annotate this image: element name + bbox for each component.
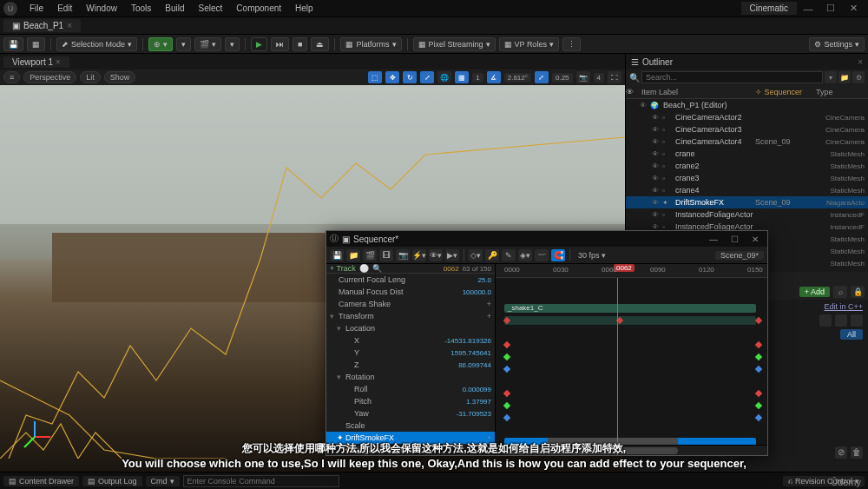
track-row[interactable]: ✦ NiagaraComponent0+ [326,444,495,455]
tab-close-icon[interactable]: × [67,21,72,30]
seq-playback-icon[interactable]: ▶▾ [445,249,459,261]
outliner-row[interactable]: 👁▫CineCameraActor4Scene_09CineCamera [626,135,868,148]
keyframe[interactable] [755,317,762,324]
marketplace-button[interactable]: ▾ [176,37,191,51]
browse-button[interactable]: ▦ [27,37,45,51]
timeline-lane[interactable] [496,412,767,424]
keyframe[interactable] [503,402,510,409]
trash-icon[interactable]: 🗑 [851,446,863,459]
scale-snap-value[interactable]: 0.25 [552,73,573,83]
sequencer-window[interactable]: Ⓤ ▣ Sequencer* — ☐ ✕ 💾 📁 🎬 🎞 📷 ⚡▾ 👁▾ ▶▾ … [326,230,768,456]
track-row[interactable]: Manual Focus Dist100000.0 [326,286,495,298]
eye-icon[interactable]: 👁 [652,138,662,146]
timeline-lane[interactable] [496,375,767,387]
outliner-row[interactable]: 👁▫craneStaticMesh [626,148,868,160]
coord-space-icon[interactable]: 🌐 [437,71,451,83]
track-value[interactable]: 100000.0 [463,288,491,296]
track-value[interactable]: -14531.819326 [444,337,491,345]
track-row[interactable]: Scale [326,420,495,432]
window-minimize-icon[interactable]: — [705,235,722,244]
timeline-lane[interactable] [496,363,767,375]
fps-dropdown[interactable]: 30 fps ▾ [575,251,609,260]
settings-button[interactable]: ⚙Settings▾ [809,37,865,51]
keyframe[interactable] [755,390,762,397]
track-value[interactable]: 1595.745641 [450,349,491,357]
quick-add-button[interactable]: ⊕▾ [148,37,173,51]
track-row[interactable]: Roll0.000099 [326,383,495,395]
keyframe[interactable] [503,414,510,421]
keyframe[interactable] [503,390,510,397]
camera-speed-icon[interactable]: 📷 [576,71,590,83]
sequencer-button[interactable]: ▾ [225,37,240,51]
seq-view-icon[interactable]: 👁▾ [429,249,443,261]
seq-key-icon[interactable]: ◇▾ [469,249,483,261]
filter-list-icon[interactable] [819,314,832,327]
outliner-row[interactable]: 👁▫CineCameraActor2CineCamera [626,111,868,123]
timeline-lane[interactable] [496,387,767,400]
seq-autokey-icon[interactable]: 🔑 [485,249,499,261]
add-key-icon[interactable]: + [487,433,491,442]
cmd-dropdown[interactable]: Cmd ▾ [146,476,180,486]
menu-select[interactable]: Select [192,3,230,13]
track-value[interactable]: 86.099744 [458,361,491,369]
track-value[interactable]: 0.000099 [463,386,491,393]
eye-icon[interactable]: 👁 [652,162,662,170]
track-row[interactable]: X-14531.819326 [326,334,495,347]
keyframe[interactable] [503,354,510,360]
timeline-lane[interactable] [496,351,767,363]
window-maximize-icon[interactable]: ☐ [819,3,842,14]
playhead[interactable] [617,278,618,455]
window-maximize-icon[interactable]: ☐ [726,235,743,244]
content-drawer-button[interactable]: ▤Content Drawer [3,476,79,486]
track-value[interactable]: 25.0 [477,276,491,284]
keyframe[interactable] [755,402,762,409]
seq-edit-icon[interactable]: ✎ [502,249,516,261]
outliner-row[interactable]: 👁▫crane2StaticMesh [626,160,868,172]
eye-icon[interactable]: 👁 [652,126,662,134]
eye-icon[interactable]: 👁 [652,199,662,207]
search-icon[interactable]: 🔍 [372,264,382,273]
sequencer-tree[interactable]: + Track ⚪ 🔍 0062 63 of 150 Current Focal… [326,264,496,455]
keyframe[interactable] [755,414,762,421]
track-row[interactable]: ▾Location [326,322,495,334]
menu-component[interactable]: Component [229,3,288,13]
timeline-ruler[interactable]: 0062 000000300060009001200150 [496,264,767,278]
add-button[interactable]: + Add [799,287,830,297]
tab-close-icon[interactable]: × [56,57,61,67]
menu-window[interactable]: Window [79,3,124,13]
seq-render-icon[interactable]: 🎬 [363,249,377,261]
filter-icon[interactable]: ⚪ [359,264,369,273]
angle-snap-value[interactable]: 2.812° [504,73,531,83]
surface-snap-icon[interactable]: ▦ [455,71,469,83]
outliner-row[interactable]: 👁▫CineCameraActor3CineCamera [626,123,868,135]
menu-edit[interactable]: Edit [50,3,79,13]
play-button[interactable]: ▶ [251,37,267,51]
output-log-button[interactable]: ▤Output Log [82,476,142,486]
seq-render-movie-icon[interactable]: 🎞 [379,249,393,261]
add-key-icon[interactable]: + [487,446,491,454]
window-close-icon[interactable]: ✕ [842,3,865,14]
outliner-root[interactable]: 👁 🌍 Beach_P1 (Editor) [626,99,868,111]
keyframe[interactable] [503,341,510,348]
outliner-row[interactable]: 👁▫crane3StaticMesh [626,172,868,184]
viewport-tab[interactable]: Viewport 1 × [3,56,69,68]
eject-button[interactable]: ⏏ [311,37,329,51]
track-row[interactable]: Pitch1.37997 [326,395,495,407]
all-filter-button[interactable]: All [840,329,863,340]
filter-star-icon[interactable] [835,314,847,327]
seq-browse-icon[interactable]: 📁 [346,249,360,261]
track-value[interactable]: -31.709523 [457,410,491,418]
seq-snap-icon[interactable]: 🧲 [551,249,565,261]
cinematics-button[interactable]: 🎬▾ [194,37,221,51]
viewport-maximize-icon[interactable]: ⛶ [608,71,621,83]
keyframe[interactable] [503,366,510,373]
scale-snap-icon[interactable]: ⤢ [535,71,549,83]
details-browse-icon[interactable]: ⌕ [833,286,847,298]
seq-allkey-icon[interactable]: ◈▾ [518,249,532,261]
track-row[interactable]: Y1595.745641 [326,347,495,359]
perspective-dropdown[interactable]: Perspective [23,71,76,83]
track-row[interactable]: Z86.099744 [326,359,495,371]
clip-bar[interactable]: _shake1_C [504,304,756,313]
eye-icon[interactable]: 👁 [652,211,662,219]
grid-snap-value[interactable]: 1 [472,73,483,83]
